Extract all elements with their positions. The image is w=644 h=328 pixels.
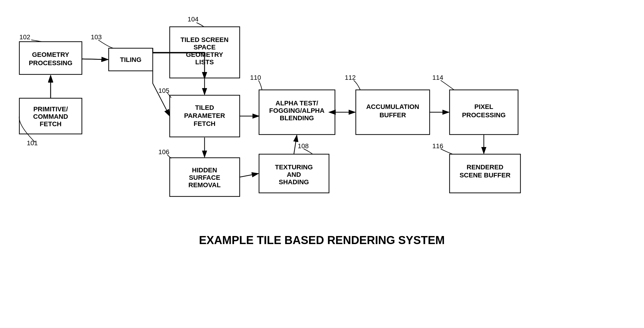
primitive-label2: COMMAND [33, 113, 68, 120]
diagram-title: EXAMPLE TILE BASED RENDERING SYSTEM [199, 234, 445, 246]
curve-116 [441, 149, 453, 154]
label-101: 101 [27, 139, 38, 147]
alpha-label1: ALPHA TEST/ [275, 99, 318, 107]
curve-112 [354, 80, 360, 90]
label-114: 114 [432, 74, 443, 81]
arr-texturing-alpha [294, 135, 297, 154]
tiling-label: TILING [120, 56, 141, 63]
rsb-label1: RENDERED [467, 163, 503, 171]
alpha-label3: BLENDING [280, 114, 314, 122]
ab-label1: ACCUMULATION [366, 103, 419, 110]
label-112: 112 [345, 74, 356, 81]
curve-110 [258, 80, 262, 90]
alpha-label2: FOGGING/ALPHA [269, 107, 325, 114]
label-106: 106 [158, 148, 169, 156]
primitive-label3: FETCH [40, 120, 61, 128]
tss-label2: SPACE [194, 43, 216, 51]
curve-103 [98, 40, 113, 48]
geometry-processing-label2: PROCESSING [29, 59, 73, 67]
pp-label2: PROCESSING [462, 111, 506, 119]
tpf-label2: PARAMETER [184, 112, 225, 119]
ts-label1: TEXTURING [275, 163, 313, 171]
curve-114 [441, 80, 454, 90]
tpf-label1: TILED [195, 104, 214, 111]
label-104: 104 [188, 15, 199, 23]
tss-label1: TILED SCREEN [180, 36, 228, 43]
label-116: 116 [432, 142, 443, 150]
diagram-container: GEOMETRY PROCESSING PRIMITIVE/ COMMAND F… [0, 0, 644, 328]
hsr-label3: REMOVAL [188, 181, 221, 189]
hsr-label2: SURFACE [189, 174, 220, 181]
pp-label1: PIXEL [474, 103, 493, 110]
hsr-label1: HIDDEN [192, 166, 217, 174]
label-108: 108 [298, 142, 309, 150]
arr-hsr-texturing [240, 174, 258, 177]
ts-label2: AND [287, 171, 301, 178]
geometry-processing-label: GEOMETRY [32, 51, 69, 58]
ts-label3: SHADING [279, 178, 309, 186]
label-103: 103 [91, 33, 102, 41]
flowchart-svg: GEOMETRY PROCESSING PRIMITIVE/ COMMAND F… [0, 0, 644, 328]
arr-geo-tiling [82, 59, 108, 60]
ab-label2: BUFFER [379, 111, 406, 119]
primitive-label1: PRIMITIVE/ [33, 105, 68, 113]
label-110: 110 [250, 74, 261, 81]
curve-104 [197, 23, 204, 27]
tpf-label3: FETCH [194, 120, 215, 127]
rsb-label2: SCENE BUFFER [459, 171, 510, 179]
label-102: 102 [19, 33, 30, 41]
